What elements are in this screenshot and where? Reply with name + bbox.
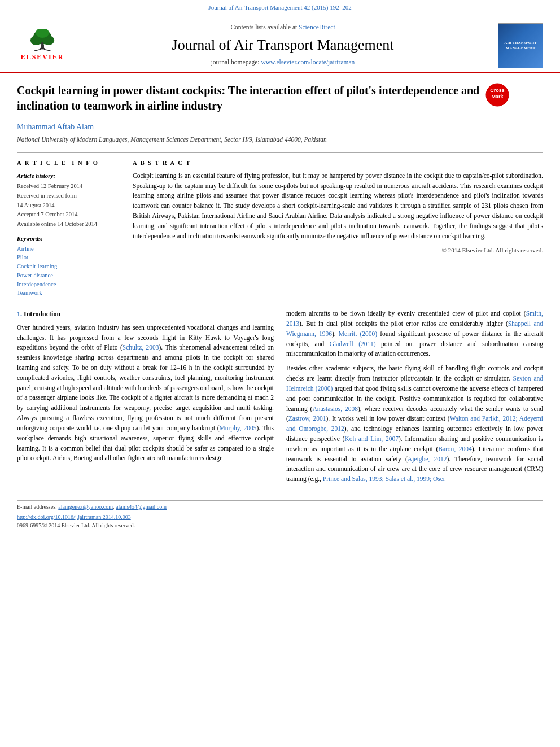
- ref-koh-lim[interactable]: Koh and Lim, 2007: [344, 435, 399, 442]
- doi-link[interactable]: http://dx.doi.org/10.1016/j.jairtraman.2…: [17, 513, 543, 522]
- keyword-power-distance: Power distance: [17, 271, 121, 280]
- article-title: Cockpit learning in power distant cockpi…: [17, 83, 480, 113]
- ref-shappell-wiegmann[interactable]: Shappell and Wiegmann, 1996: [286, 320, 543, 337]
- ref-smith-2013[interactable]: Smith, 2013: [286, 310, 543, 327]
- homepage-link[interactable]: www.elsevier.com/locate/jairtraman: [261, 59, 355, 65]
- issn-line: 0969-6997/© 2014 Elsevier Ltd. All right…: [17, 522, 543, 530]
- journal-reference-bar: Journal of Air Transport Management 42 (…: [0, 0, 560, 14]
- keyword-teamwork: Teamwork: [17, 289, 121, 298]
- footer-area: E-mail addresses: alamgenex@yahoo.com, a…: [17, 500, 543, 530]
- article-title-row: Cockpit learning in power distant cockpi…: [17, 83, 543, 121]
- accepted-date: Accepted 7 October 2014: [17, 210, 121, 219]
- keyword-airline: Airline: [17, 244, 121, 254]
- svg-point-7: [41, 42, 43, 45]
- sciencedirect-link[interactable]: ScienceDirect: [299, 24, 335, 30]
- abstract-heading: A B S T R A C T: [133, 159, 543, 168]
- section-number: 1.: [17, 310, 22, 318]
- copyright-line: © 2014 Elsevier Ltd. All rights reserved…: [133, 246, 543, 255]
- crossmark-badge: Cross Mark: [485, 83, 509, 110]
- elsevier-brand-text: ELSEVIER: [21, 53, 64, 62]
- ref-anastasios-2008[interactable]: Anastasios, 2008: [312, 405, 358, 412]
- ref-gladwell-2011[interactable]: Gladwell (2011): [330, 340, 376, 347]
- intro-paragraph-3: Besides other academic subjects, the bas…: [286, 364, 543, 484]
- available-date: Available online 14 October 2014: [17, 220, 121, 229]
- journal-cover-area: AIR TRANSPORT MANAGEMENT: [492, 20, 549, 72]
- email-link-2[interactable]: alams4x4@gmail.com: [116, 504, 167, 510]
- received-revised-label: Received in revised form: [17, 191, 121, 200]
- keyword-cockpit-learning: Cockpit-learning: [17, 262, 121, 271]
- article-info-heading: A R T I C L E I N F O: [17, 159, 121, 168]
- article-history-label: Article history:: [17, 171, 121, 181]
- body-right-column: modern aircrafts to be flown ideally by …: [286, 309, 543, 489]
- intro-paragraph-2: modern aircrafts to be flown ideally by …: [286, 309, 543, 359]
- journal-header: ELSEVIER Contents lists available at Sci…: [0, 14, 560, 73]
- revised-date: 14 August 2014: [17, 201, 121, 210]
- journal-cover-image: AIR TRANSPORT MANAGEMENT: [498, 23, 543, 68]
- abstract-column: A B S T R A C T Cockpit learning is an e…: [133, 159, 543, 298]
- journal-header-center: Contents lists available at ScienceDirec…: [79, 20, 487, 72]
- journal-title-header: Journal of Air Transport Management: [79, 34, 487, 56]
- article-info-column: A R T I C L E I N F O Article history: R…: [17, 159, 121, 298]
- info-abstract-section: A R T I C L E I N F O Article history: R…: [17, 152, 543, 298]
- svg-text:Mark: Mark: [491, 94, 504, 99]
- email-label: E-mail addresses:: [17, 504, 57, 510]
- keywords-list: Airline Pilot Cockpit-learning Power dis…: [17, 244, 121, 298]
- keywords-label: Keywords:: [17, 234, 121, 243]
- body-left-column: 1. Introduction Over hundred years, avia…: [17, 309, 274, 489]
- ref-zastrow-2001[interactable]: Zastrow, 2001: [288, 415, 326, 422]
- elsevier-logo-area: ELSEVIER: [11, 20, 73, 72]
- body-section: 1. Introduction Over hundred years, avia…: [17, 307, 543, 489]
- keyword-pilot: Pilot: [17, 253, 121, 262]
- author-name: Muhammad Aftab Alam: [17, 121, 543, 133]
- received-date: Received 12 February 2014: [17, 182, 121, 191]
- journal-homepage-line: journal homepage: www.elsevier.com/locat…: [79, 58, 487, 67]
- journal-reference-text: Journal of Air Transport Management 42 (…: [208, 4, 351, 11]
- svg-text:Cross: Cross: [490, 88, 505, 93]
- elsevier-tree-icon: [25, 29, 59, 51]
- ref-prince-salas[interactable]: Prince and Salas, 1993; Salas et al., 19…: [323, 475, 445, 482]
- author-affiliation: National University of Modern Languages,…: [17, 135, 543, 145]
- ref-merritt-2000[interactable]: Merritt (2000): [339, 330, 377, 337]
- main-content: Cockpit learning in power distant cockpi…: [0, 73, 560, 495]
- crossmark-icon: Cross Mark: [485, 83, 509, 107]
- keyword-interdependence: Interdependence: [17, 280, 121, 289]
- ref-baron-2004[interactable]: Baron, 2004: [438, 445, 471, 452]
- ref-sexton-helmreich[interactable]: Sexton and Helmreich (2000): [286, 375, 543, 392]
- footer-email-line: E-mail addresses: alamgenex@yahoo.com, a…: [17, 503, 543, 512]
- ref-murphy-2005[interactable]: Murphy, 2005: [220, 425, 257, 431]
- intro-paragraph-1: Over hundred years, aviation industry ha…: [17, 323, 274, 464]
- abstract-text: Cockpit learning is an essential feature…: [133, 171, 543, 242]
- ref-schultz-2003[interactable]: Schultz, 2003: [123, 344, 159, 351]
- elsevier-logo: ELSEVIER: [17, 29, 68, 63]
- email-link-1[interactable]: alamgenex@yahoo.com: [58, 504, 113, 510]
- journal-cover-text: AIR TRANSPORT MANAGEMENT: [504, 41, 536, 51]
- ref-ajeigbe-2012[interactable]: Ajeigbe, 2012: [408, 456, 447, 462]
- intro-section-title: 1. Introduction: [17, 309, 274, 320]
- contents-line: Contents lists available at ScienceDirec…: [79, 23, 487, 32]
